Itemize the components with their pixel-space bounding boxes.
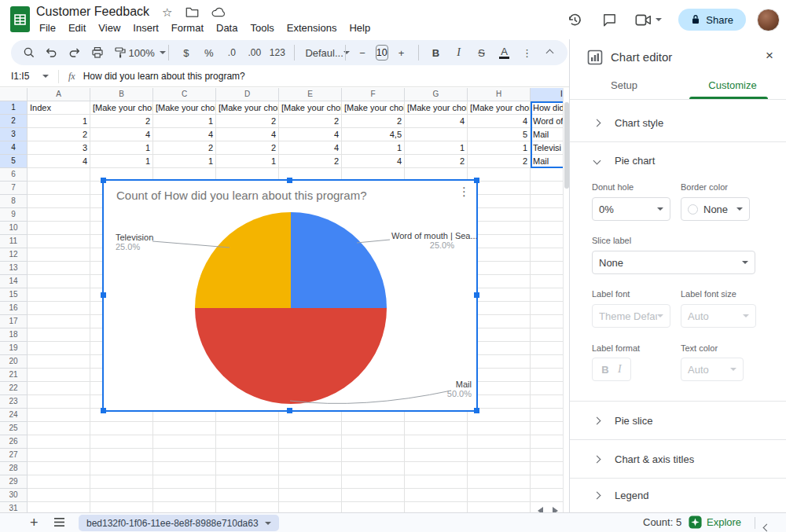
column-header-E[interactable]: E: [279, 88, 342, 101]
font-size-input[interactable]: 10: [376, 45, 388, 61]
row-header-21[interactable]: 21: [0, 369, 28, 382]
cell-E25[interactable]: [279, 422, 342, 435]
cell-B1[interactable]: [Make your choic: [90, 101, 153, 115]
cell-G31[interactable]: [405, 502, 468, 512]
cell-H26[interactable]: [468, 435, 531, 449]
add-sheet-button[interactable]: +: [30, 513, 39, 532]
menu-help[interactable]: Help: [343, 20, 376, 36]
menu-view[interactable]: View: [92, 20, 127, 36]
cell-B28[interactable]: [90, 462, 153, 475]
chart-resize-handle[interactable]: [287, 178, 292, 183]
cell-G4[interactable]: 1: [405, 141, 468, 155]
row-header-1[interactable]: 1: [0, 101, 28, 115]
cell-D4[interactable]: 2: [216, 141, 279, 155]
comment-icon[interactable]: [595, 7, 623, 32]
row-header-17[interactable]: 17: [0, 315, 28, 328]
cell-E26[interactable]: [279, 435, 342, 449]
row-header-18[interactable]: 18: [0, 328, 28, 342]
sheet-tab[interactable]: bed132f0-1f06-11ee-8e8f-8988e710da63: [79, 515, 279, 531]
cell-A20[interactable]: [28, 355, 90, 369]
menu-data[interactable]: Data: [210, 20, 244, 36]
row-header-30[interactable]: 30: [0, 489, 28, 502]
cell-H25[interactable]: [468, 422, 531, 435]
cell-E31[interactable]: [279, 502, 342, 512]
print-icon[interactable]: [87, 43, 107, 62]
cell-A9[interactable]: [28, 208, 90, 222]
row-header-19[interactable]: 19: [0, 342, 28, 355]
decrease-font-size-button[interactable]: −: [353, 43, 373, 62]
cell-C28[interactable]: [153, 462, 216, 475]
cell-C5[interactable]: 1: [153, 155, 216, 168]
menu-file[interactable]: File: [33, 20, 62, 36]
section-pie-chart[interactable]: Pie chart: [570, 142, 786, 179]
toolbar-more-button[interactable]: ⋮: [517, 43, 537, 62]
row-header-28[interactable]: 28: [0, 462, 28, 475]
cell-G26[interactable]: [405, 435, 468, 449]
cell-B31[interactable]: [90, 502, 153, 512]
share-button[interactable]: Share: [678, 9, 746, 31]
zoom-select[interactable]: 100%: [133, 43, 161, 62]
row-header-4[interactable]: 4: [0, 141, 28, 155]
row-header-23[interactable]: 23: [0, 395, 28, 409]
slice-label-select[interactable]: None: [592, 251, 755, 274]
cell-F3[interactable]: 4,5: [342, 128, 405, 141]
cell-H29[interactable]: [468, 475, 531, 489]
redo-icon[interactable]: [64, 43, 84, 62]
cell-D2[interactable]: 2: [216, 115, 279, 128]
cell-G1[interactable]: [Make your choic: [405, 101, 468, 115]
row-header-11[interactable]: 11: [0, 235, 28, 248]
row-header-16[interactable]: 16: [0, 302, 28, 315]
cell-F30[interactable]: [342, 489, 405, 502]
embedded-chart[interactable]: Count of How did you learn about this pr…: [102, 179, 478, 412]
cell-B27[interactable]: [90, 449, 153, 462]
strikethrough-button[interactable]: S: [472, 43, 491, 62]
cell-D26[interactable]: [216, 435, 279, 449]
cell-G3[interactable]: [405, 128, 468, 141]
chart-resize-handle[interactable]: [474, 408, 479, 413]
row-header-25[interactable]: 25: [0, 422, 28, 435]
cell-A5[interactable]: 4: [28, 155, 90, 168]
cell-E29[interactable]: [279, 475, 342, 489]
row-header-7[interactable]: 7: [0, 182, 28, 195]
cell-E1[interactable]: [Make your choic: [279, 101, 342, 115]
spreadsheet-grid[interactable]: ABCDEFGHI1Index[Make your choic[Make you…: [0, 88, 569, 512]
row-header-10[interactable]: 10: [0, 222, 28, 235]
cell-A30[interactable]: [28, 489, 90, 502]
text-color-button[interactable]: A: [494, 43, 514, 62]
cell-A17[interactable]: [28, 315, 90, 328]
cell-F26[interactable]: [342, 435, 405, 449]
cell-D31[interactable]: [216, 502, 279, 512]
cell-B29[interactable]: [90, 475, 153, 489]
tab-setup[interactable]: Setup: [570, 74, 678, 99]
chart-resize-handle[interactable]: [474, 292, 479, 298]
cell-H30[interactable]: [468, 489, 531, 502]
cell-C2[interactable]: 1: [153, 115, 216, 128]
cell-A27[interactable]: [28, 449, 90, 462]
cell-A16[interactable]: [28, 302, 90, 315]
search-icon[interactable]: [19, 43, 39, 62]
cell-D25[interactable]: [216, 422, 279, 435]
currency-format-button[interactable]: $: [176, 43, 196, 62]
scroll-right-button[interactable]: [549, 505, 561, 512]
italic-button[interactable]: I: [449, 43, 468, 62]
row-header-15[interactable]: 15: [0, 288, 28, 302]
column-header-G[interactable]: G: [405, 88, 468, 101]
cell-B3[interactable]: 4: [90, 128, 153, 141]
move-folder-icon[interactable]: [185, 6, 199, 18]
paint-format-icon[interactable]: [110, 43, 130, 62]
column-header-F[interactable]: F: [342, 88, 405, 101]
chart-resize-handle[interactable]: [287, 408, 292, 413]
meet-caret-icon[interactable]: [656, 18, 662, 21]
cell-H4[interactable]: 1: [468, 141, 531, 155]
version-history-icon[interactable]: [560, 7, 589, 32]
row-header-9[interactable]: 9: [0, 208, 28, 222]
cell-B5[interactable]: 1: [90, 155, 153, 168]
cell-C25[interactable]: [153, 422, 216, 435]
sheets-logo-icon[interactable]: [10, 6, 30, 32]
cell-E2[interactable]: 2: [279, 115, 342, 128]
cell-F27[interactable]: [342, 449, 405, 462]
pie-chart[interactable]: [195, 212, 387, 404]
cell-E3[interactable]: 4: [279, 128, 342, 141]
cell-A13[interactable]: [28, 262, 90, 275]
cell-A19[interactable]: [28, 342, 90, 355]
